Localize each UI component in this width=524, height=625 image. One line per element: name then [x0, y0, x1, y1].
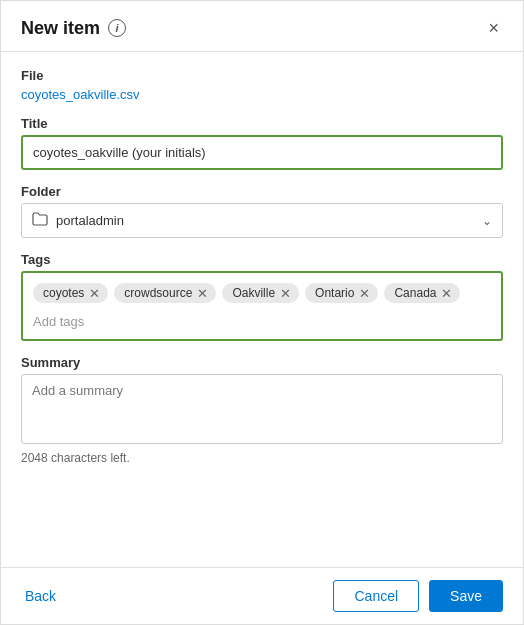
save-button[interactable]: Save [429, 580, 503, 612]
tag-remove-ontario[interactable]: ✕ [359, 287, 370, 300]
tag-remove-oakville[interactable]: ✕ [280, 287, 291, 300]
new-item-dialog: New item i × File coyotes_oakville.csv T… [0, 0, 524, 625]
tags-label: Tags [21, 252, 503, 267]
info-icon[interactable]: i [108, 19, 126, 37]
tag-remove-coyotes[interactable]: ✕ [89, 287, 100, 300]
tag-remove-crowdsource[interactable]: ✕ [197, 287, 208, 300]
tag-name: coyotes [43, 286, 84, 300]
tag-name: Canada [394, 286, 436, 300]
folder-select[interactable]: portaladmin ⌄ [21, 203, 503, 238]
tag-oakville: Oakville ✕ [222, 283, 299, 303]
title-label: Title [21, 116, 503, 131]
dialog-title-row: New item i [21, 18, 126, 39]
folder-field-group: Folder portaladmin ⌄ [21, 184, 503, 238]
file-value: coyotes_oakville.csv [21, 87, 503, 102]
tag-name: Ontario [315, 286, 354, 300]
tag-remove-canada[interactable]: ✕ [441, 287, 452, 300]
folder-value: portaladmin [56, 213, 124, 228]
dialog-body: File coyotes_oakville.csv Title Folder p… [1, 52, 523, 567]
title-input[interactable] [21, 135, 503, 170]
tag-ontario: Ontario ✕ [305, 283, 378, 303]
tags-field-group: Tags coyotes ✕ crowdsource ✕ Oakville ✕ … [21, 252, 503, 341]
tag-name: crowdsource [124, 286, 192, 300]
dialog-header: New item i × [1, 1, 523, 52]
summary-textarea[interactable] [21, 374, 503, 444]
folder-select-inner: portaladmin [32, 212, 124, 229]
footer-right: Cancel Save [333, 580, 503, 612]
dialog-footer: Back Cancel Save [1, 567, 523, 624]
tag-name: Oakville [232, 286, 275, 300]
tag-canada: Canada ✕ [384, 283, 460, 303]
file-label: File [21, 68, 503, 83]
close-icon[interactable]: × [484, 17, 503, 39]
tag-crowdsource: crowdsource ✕ [114, 283, 216, 303]
add-tags-input[interactable]: Add tags [33, 314, 84, 329]
chevron-down-icon: ⌄ [482, 214, 492, 228]
folder-icon [32, 212, 48, 229]
file-field-group: File coyotes_oakville.csv [21, 68, 503, 102]
char-count: 2048 characters left. [21, 451, 503, 465]
folder-label: Folder [21, 184, 503, 199]
summary-field-group: Summary 2048 characters left. [21, 355, 503, 465]
summary-label: Summary [21, 355, 503, 370]
dialog-title: New item [21, 18, 100, 39]
tags-box[interactable]: coyotes ✕ crowdsource ✕ Oakville ✕ Ontar… [21, 271, 503, 341]
cancel-button[interactable]: Cancel [333, 580, 419, 612]
back-button[interactable]: Back [21, 582, 60, 610]
title-field-group: Title [21, 116, 503, 170]
tag-coyotes: coyotes ✕ [33, 283, 108, 303]
